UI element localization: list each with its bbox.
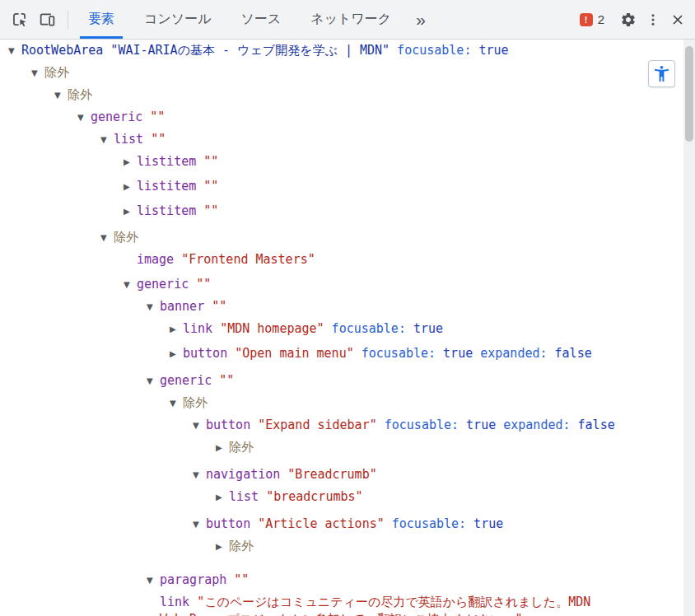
tree-node-listitem-2[interactable]: ▶listitem "": [0, 175, 695, 198]
kebab-menu-icon: [646, 12, 660, 27]
tree-text-role: button: [206, 418, 250, 432]
tree-node-button-open-main-menu[interactable]: ▶button "Open main menu" focusable: true…: [0, 343, 695, 365]
tree-text-name: "": [142, 110, 165, 124]
tree-text-prop: focusable:: [385, 516, 466, 531]
device-toolbar-button[interactable]: [33, 6, 61, 34]
tree-node-list-breadcrumbs[interactable]: ▶list "breadcrumbs": [0, 486, 695, 508]
tree-text-name: "": [196, 203, 218, 218]
disclosure-triangle[interactable]: ▼: [30, 62, 44, 84]
inspect-cursor-icon: [11, 11, 28, 28]
tree-text-prop: expanded:: [473, 346, 547, 361]
tree-text-role: link: [183, 321, 212, 336]
disclosure-triangle[interactable]: ▼: [76, 106, 91, 128]
tree-node-link-mdn-homepage[interactable]: ▶link "MDN homepage" focusable: true: [0, 318, 695, 340]
disclosure-triangle[interactable]: ▼: [168, 392, 183, 414]
tree-text-name: "": [204, 299, 226, 314]
tree-node-ignored-2[interactable]: ▼除外: [0, 84, 695, 106]
tree-text-role: button: [183, 346, 227, 361]
tree-node-ignored-4[interactable]: ▼除外: [0, 392, 695, 414]
tab-network[interactable]: ネットワーク: [296, 0, 406, 39]
accessibility-toggle-button[interactable]: [648, 60, 675, 87]
tree-text-ignored: 除外: [68, 87, 92, 102]
tree-node-list-1[interactable]: ▼list "": [0, 128, 695, 151]
tree-text-val: true: [406, 321, 443, 336]
tree-node-image-frontend-masters[interactable]: image "Frontend Masters": [0, 249, 695, 271]
tree-text-name: "このページはコミュニティーの尽力で英語から翻訳されました。MDN: [189, 595, 590, 609]
more-tabs-button[interactable]: »: [406, 11, 436, 28]
tree-text-prop: focusable:: [354, 346, 436, 361]
disclosure-triangle[interactable]: ▶: [122, 200, 137, 222]
tree-text-name: "Expand sidebar": [250, 418, 377, 432]
disclosure-triangle[interactable]: ▼: [191, 414, 206, 436]
disclosure-triangle[interactable]: ▼: [191, 513, 206, 535]
tree-text-name: "breadcrumbs": [259, 489, 362, 504]
scrollbar-thumb[interactable]: [685, 46, 693, 142]
disclosure-triangle[interactable]: ▼: [53, 84, 68, 106]
tree-node-ignored-3[interactable]: ▼除外: [0, 226, 695, 249]
tab-console[interactable]: コンソール: [129, 0, 226, 39]
disclosure-triangle[interactable]: ▼: [99, 128, 114, 151]
tree-node-listitem-3[interactable]: ▶listitem "": [0, 200, 695, 222]
tree-node-generic-3[interactable]: ▼generic "": [0, 370, 695, 392]
tree-text-role: paragraph: [160, 572, 226, 587]
tree-node-banner[interactable]: ▼banner "": [0, 296, 695, 318]
tree-node-navigation-breadcrumb[interactable]: ▼navigation "Breadcrumb": [0, 464, 695, 486]
tree-node-button-expand-sidebar[interactable]: ▼button "Expand sidebar" focusable: true…: [0, 414, 695, 436]
tree-node-button-article-actions[interactable]: ▼button "Article actions" focusable: tru…: [0, 513, 695, 535]
tree-text-role: image: [137, 252, 174, 267]
tree-text-name: "": [189, 277, 211, 292]
settings-button[interactable]: [616, 7, 641, 32]
disclosure-triangle[interactable]: ▶: [214, 436, 229, 459]
tree-node-generic-2[interactable]: ▼generic "": [0, 273, 695, 296]
tree-text-prop: focusable:: [324, 321, 406, 336]
tree-text-role: listitem: [137, 203, 196, 218]
tree-text-role: list: [229, 489, 259, 504]
tree-text-role: navigation: [206, 467, 280, 482]
tab-elements[interactable]: 要素: [73, 0, 129, 39]
disclosure-triangle[interactable]: ▼: [122, 273, 137, 296]
tree-text-role: banner: [160, 299, 204, 314]
tree-text-prop: focusable:: [389, 43, 471, 58]
disclosure-triangle[interactable]: ▼: [145, 296, 160, 318]
tree-text-root: RootWebArea: [21, 43, 103, 58]
disclosure-triangle[interactable]: ▶: [214, 535, 229, 558]
disclosure-triangle[interactable]: ▶: [168, 318, 183, 340]
vertical-scrollbar[interactable]: [683, 40, 695, 616]
tree-node-ignored-1[interactable]: ▼除外: [0, 62, 695, 84]
tree-node-listitem-1[interactable]: ▶listitem "": [0, 151, 695, 173]
disclosure-triangle[interactable]: ▶: [122, 151, 137, 173]
tree-text-val: true: [436, 346, 473, 361]
tree-text-ignored: 除外: [229, 440, 254, 455]
disclosure-triangle[interactable]: ▶: [168, 343, 183, 365]
tree-text-role: button: [206, 516, 250, 531]
inspect-element-button[interactable]: [5, 6, 33, 34]
close-button[interactable]: [665, 7, 690, 32]
accessibility-tree: ▼RootWebArea "WAI-ARIAの基本 - ウェブ開発を学ぶ | M…: [0, 40, 695, 616]
tree-text-role: list: [114, 132, 143, 147]
tree-node-ignored-5[interactable]: ▶除外: [0, 436, 695, 459]
tree-text-name: Web Docs プロジェクトに参加して、翻訳にご協力ください。": [160, 612, 523, 616]
tree-node-generic-1[interactable]: ▼generic "": [0, 106, 695, 128]
disclosure-triangle[interactable]: ▼: [99, 226, 114, 249]
devtools-window: 要素コンソールソースネットワーク » ! 2: [0, 0, 695, 616]
tree-text-ignored: 除外: [229, 539, 254, 553]
tree-text-rootname: "WAI-ARIAの基本 - ウェブ開発を学ぶ | MDN": [103, 43, 389, 58]
tree-text-val: true: [466, 516, 503, 531]
disclosure-triangle[interactable]: ▼: [145, 569, 160, 591]
disclosure-triangle[interactable]: ▶: [122, 175, 137, 198]
issues-count: 2: [598, 12, 604, 26]
tree-node-root-web-area[interactable]: ▼RootWebArea "WAI-ARIAの基本 - ウェブ開発を学ぶ | M…: [0, 40, 695, 62]
issues-badge[interactable]: ! 2: [580, 12, 604, 26]
disclosure-triangle[interactable]: ▼: [7, 40, 21, 62]
tab-sources[interactable]: ソース: [226, 0, 296, 39]
disclosure-triangle[interactable]: ▶: [214, 486, 229, 508]
disclosure-triangle[interactable]: ▼: [145, 370, 160, 392]
tree-node-paragraph[interactable]: ▼paragraph "": [0, 569, 695, 591]
tree-text-prop: expanded:: [496, 418, 570, 432]
tree-text-role: generic: [137, 277, 189, 292]
more-options-button[interactable]: [641, 7, 665, 32]
tree-node-ignored-6[interactable]: ▶除外: [0, 535, 695, 558]
tree-node-link-translated-continued[interactable]: Web Docs プロジェクトに参加して、翻訳にご協力ください。": [0, 609, 695, 616]
accessibility-person-icon: [652, 64, 671, 83]
disclosure-triangle[interactable]: ▼: [191, 464, 206, 486]
